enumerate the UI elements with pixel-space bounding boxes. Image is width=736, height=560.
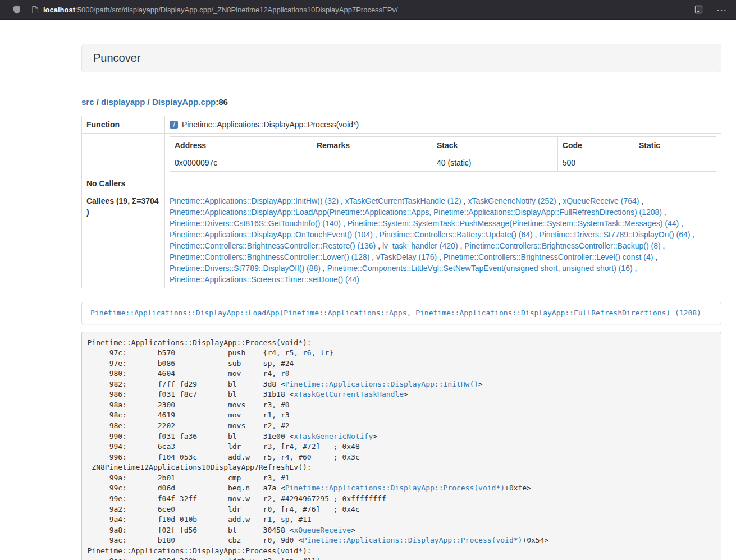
- stats-value-row: 0x0000097c 40 (static) 500: [170, 154, 716, 172]
- callee-link[interactable]: Pinetime::Drivers::St7789::DisplayOn() (…: [539, 230, 690, 239]
- breadcrumb-separator: /: [94, 97, 102, 107]
- highlighted-callee-panel: Pinetime::Applications::DisplayApp::Load…: [81, 302, 721, 324]
- code-symbol-link[interactable]: xQueueReceive: [294, 526, 351, 534]
- page-container: Puncover src / displayapp / DisplayApp.c…: [81, 20, 721, 560]
- code-symbol-link[interactable]: xTaskGenericNotify: [294, 432, 373, 440]
- callee-link[interactable]: lv_task_handler (420): [382, 241, 458, 250]
- stats-row: Address Remarks Stack Code Static 0x0000…: [82, 134, 721, 175]
- callees-row: Callees (19, Σ=3704 ) Pinetime::Applicat…: [82, 192, 721, 288]
- function-name-cell: ƒ Pinetime::Applications::DisplayApp::Pr…: [170, 119, 716, 130]
- callee-link[interactable]: Pinetime::Controllers::BrightnessControl…: [444, 253, 653, 261]
- stack-value: 40 (static): [432, 154, 558, 172]
- callee-link[interactable]: xQueueReceive (764): [563, 196, 639, 205]
- callee-link[interactable]: xTaskGenericNotify (252): [468, 196, 556, 205]
- stats-header-row: Address Remarks Stack Code Static: [170, 137, 716, 154]
- url-host: localhost: [43, 6, 75, 14]
- function-label: Function: [82, 116, 165, 134]
- breadcrumb-link[interactable]: DisplayApp.cpp: [152, 97, 216, 107]
- code-value: 500: [557, 154, 634, 172]
- callees-cell: Pinetime::Applications::DisplayApp::Init…: [165, 192, 721, 288]
- breadcrumb-link[interactable]: displayapp: [101, 97, 145, 107]
- browser-chrome: localhost:5000/path/src/displayapp/Displ…: [0, 0, 736, 20]
- callee-link[interactable]: Pinetime::Applications::Screens::Timer::…: [170, 275, 359, 284]
- callee-link[interactable]: Pinetime::Controllers::BrightnessControl…: [170, 241, 376, 250]
- url-bar[interactable]: localhost:5000/path/src/displayapp/Displ…: [31, 6, 694, 14]
- callee-link[interactable]: Pinetime::Applications::DisplayApp::Init…: [170, 196, 339, 205]
- function-table: Function ƒ Pinetime::Applications::Displ…: [81, 116, 721, 288]
- callee-link[interactable]: Pinetime::Controllers::Battery::Update()…: [380, 230, 533, 239]
- callee-link[interactable]: Pinetime::Drivers::St7789::DisplayOff() …: [170, 264, 321, 273]
- breadcrumb-separator: /: [145, 97, 152, 107]
- callee-link[interactable]: Pinetime::Controllers::BrightnessControl…: [170, 253, 369, 261]
- code-symbol-link[interactable]: Pinetime::Applications::DisplayApp::Proc…: [285, 484, 505, 492]
- remarks-value: [312, 154, 432, 172]
- url-text: localhost:5000/path/src/displayapp/Displ…: [43, 6, 398, 14]
- function-name: Pinetime::Applications::DisplayApp::Proc…: [182, 119, 359, 130]
- callees-label: Callees (19, Σ=3704 ): [82, 192, 165, 288]
- url-path: :5000/path/src/displayapp/DisplayApp.cpp…: [75, 6, 398, 14]
- callee-link[interactable]: Pinetime::Controllers::BrightnessControl…: [464, 241, 660, 250]
- breadcrumb-line-number: :86: [216, 97, 228, 107]
- callee-link[interactable]: Pinetime::Components::LittleVgl::SetNewT…: [327, 264, 633, 273]
- callee-link[interactable]: xTaskGetCurrentTaskHandle (12): [345, 196, 461, 205]
- callee-link[interactable]: Pinetime::Applications::DisplayApp::OnTo…: [170, 230, 373, 239]
- page-icon: [31, 6, 39, 14]
- breadcrumb-links: src / displayapp / DisplayApp.cpp: [81, 97, 216, 107]
- reader-view-icon[interactable]: [694, 5, 703, 14]
- breadcrumb-link[interactable]: src: [81, 97, 94, 107]
- code-symbol-link[interactable]: Pinetime::Applications::DisplayApp::Init…: [285, 380, 478, 388]
- callee-link[interactable]: Pinetime::System::SystemTask::PushMessag…: [348, 219, 679, 228]
- callee-link[interactable]: vTaskDelay (176): [376, 253, 437, 261]
- code-symbol-link[interactable]: xTaskGetCurrentTaskHandle: [294, 390, 404, 398]
- static-value: [634, 154, 716, 172]
- col-code: Code: [557, 137, 634, 154]
- shield-icon[interactable]: [12, 5, 21, 14]
- function-row: Function ƒ Pinetime::Applications::Displ…: [82, 116, 721, 134]
- disassembly-code: Pinetime::Applications::DisplayApp::Proc…: [81, 332, 721, 560]
- col-stack: Stack: [432, 137, 558, 154]
- topbar-actions: ⋯: [694, 4, 736, 15]
- no-callers-label: No Callers: [82, 175, 165, 192]
- page-title: Puncover: [93, 52, 141, 64]
- code-symbol-link[interactable]: Pinetime::Applications::DisplayApp::Proc…: [303, 536, 522, 544]
- shield-icon-glyph: [12, 5, 21, 14]
- col-remarks: Remarks: [312, 137, 432, 154]
- col-address: Address: [170, 137, 312, 154]
- callee-link[interactable]: Pinetime::Drivers::Cst816S::GetTouchInfo…: [170, 219, 341, 228]
- app-header: Puncover: [81, 44, 721, 72]
- function-icon: ƒ: [170, 121, 178, 129]
- col-static: Static: [634, 137, 716, 154]
- no-callers-row: No Callers: [82, 175, 721, 192]
- divider: [81, 88, 721, 88]
- breadcrumb: src / displayapp / DisplayApp.cpp:86: [81, 97, 721, 107]
- overflow-menu-icon[interactable]: ⋯: [714, 4, 729, 15]
- address-value: 0x0000097c: [170, 154, 312, 172]
- callee-link[interactable]: Pinetime::Applications::DisplayApp::Load…: [170, 208, 662, 217]
- stats-table: Address Remarks Stack Code Static 0x0000…: [170, 136, 716, 172]
- highlighted-callee-link[interactable]: Pinetime::Applications::DisplayApp::Load…: [90, 309, 701, 317]
